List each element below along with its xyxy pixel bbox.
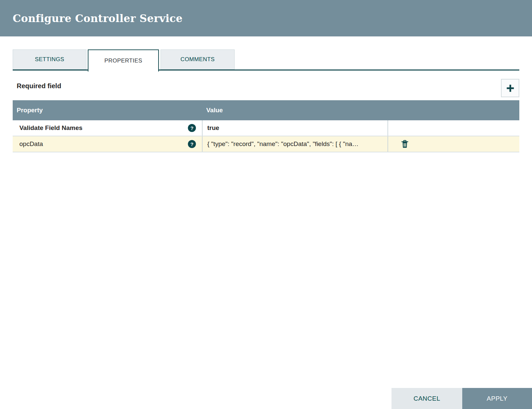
tab-comments-label: COMMENTS: [181, 56, 215, 63]
property-value: { "type": "record", "name": "opcData", "…: [203, 140, 387, 148]
tab-properties-label: PROPERTIES: [104, 57, 142, 64]
property-name: Validate Field Names: [19, 124, 188, 132]
dialog-title: Configure Controller Service: [13, 12, 183, 24]
trash-icon: [401, 140, 409, 148]
question-circle-icon: ?: [188, 140, 196, 148]
value-cell[interactable]: true: [202, 120, 388, 136]
cancel-button[interactable]: CANCEL: [391, 388, 462, 409]
column-header-value: Value: [202, 100, 388, 120]
apply-button[interactable]: APPLY: [462, 388, 532, 409]
property-cell: opcData ?: [13, 136, 202, 152]
table-header-row: Property Value: [13, 100, 519, 120]
property-name: opcData: [19, 140, 188, 148]
property-cell: Validate Field Names ?: [13, 120, 202, 136]
table-row: opcData ? { "type": "record", "name": "o…: [13, 136, 519, 152]
tab-strip: SETTINGS PROPERTIES COMMENTS: [13, 49, 519, 72]
property-table: Property Value Validate Field Names ? tr…: [13, 100, 519, 152]
tab-comments[interactable]: COMMENTS: [161, 49, 235, 70]
property-value: true: [203, 124, 387, 132]
value-cell[interactable]: { "type": "record", "name": "opcData", "…: [202, 136, 388, 152]
add-property-button[interactable]: [501, 79, 519, 97]
table-row: Validate Field Names ? true: [13, 120, 519, 136]
tab-settings-label: SETTINGS: [35, 56, 64, 63]
column-header-property: Property: [13, 100, 202, 120]
plus-icon: [505, 83, 515, 93]
dialog-header: Configure Controller Service: [0, 0, 532, 36]
delete-property-button[interactable]: [401, 140, 409, 148]
question-circle-icon: ?: [188, 124, 196, 132]
actions-cell: [388, 120, 519, 136]
tab-settings[interactable]: SETTINGS: [13, 49, 86, 70]
column-header-actions: [388, 100, 519, 120]
actions-cell: [388, 136, 519, 152]
tab-properties[interactable]: PROPERTIES: [88, 49, 159, 72]
required-field-label: Required field: [17, 82, 61, 90]
